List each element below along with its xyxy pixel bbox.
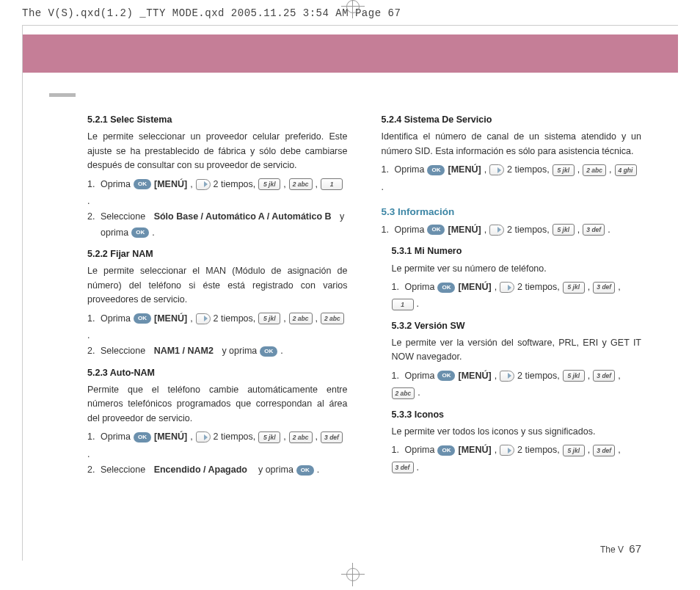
softkey-icon <box>196 179 211 190</box>
ok-icon: OK <box>134 179 151 189</box>
ok-icon: OK <box>134 432 151 442</box>
ok-icon: OK <box>437 283 455 293</box>
ok-icon: OK <box>437 371 455 381</box>
ok-icon: OK <box>131 227 149 238</box>
body-533: Le permite ver todos los iconos y sus si… <box>392 425 642 439</box>
key-5-icon: 5 jkl <box>563 370 585 382</box>
crop-mark-top <box>346 0 354 22</box>
heading-531: 5.3.1 Mi Numero <box>392 244 642 258</box>
key-3-icon: 3 def <box>593 445 615 456</box>
key-4-icon: 4 ghi <box>615 164 637 176</box>
body-531: Le permite ver su número de teléfono. <box>392 262 642 276</box>
key-5-icon: 5 jkl <box>553 224 575 236</box>
heading-524: 5.2.4 Sistema De Servicio <box>382 113 642 127</box>
key-2-icon: 2 abc <box>289 313 313 324</box>
key-5-icon: 5 jkl <box>258 431 280 443</box>
step-522-1: 1. Oprima OK [MENÚ], 2 tiempos, 5 jkl , … <box>87 312 348 343</box>
softkey-icon <box>500 282 514 293</box>
body-523: Permite que el teléfono cambie automátic… <box>87 383 348 426</box>
key-2-icon: 2 abc <box>289 431 313 443</box>
ok-icon: OK <box>437 445 455 456</box>
key-3-icon: 3 def <box>583 224 605 236</box>
key-3-icon: 3 def <box>593 370 615 382</box>
footer-label: The V <box>600 545 624 555</box>
key-5-icon: 5 jkl <box>563 445 585 456</box>
heading-532: 5.3.2 Versión SW <box>392 319 642 333</box>
heading-533: 5.3.3 Iconos <box>392 408 642 422</box>
step-523-2: 2. Seleccione Encendido / Apagado y opri… <box>87 463 348 477</box>
section-rule <box>49 93 76 97</box>
key-3-icon: 3 def <box>392 462 414 473</box>
key-5-icon: 5 jkl <box>258 313 280 324</box>
page-footer: The V 67 <box>600 542 641 555</box>
column-left: 5.2.1 Selec Sistema Le permite seleccion… <box>87 106 348 478</box>
key-2-icon: 2 abc <box>392 387 415 399</box>
step-531-1: 1. Oprima OK [MENÚ], 2 tiempos, 5 jkl , … <box>392 280 642 312</box>
key-2-icon: 2 abc <box>289 178 313 190</box>
key-3-icon: 3 def <box>593 282 615 294</box>
softkey-icon <box>500 445 514 456</box>
key-1-icon: 1 <box>321 178 343 190</box>
page-frame: 5.2.1 Selec Sistema Le permite seleccion… <box>22 25 678 561</box>
heading-523: 5.2.3 Auto-NAM <box>87 366 348 380</box>
ok-icon: OK <box>260 346 277 357</box>
column-right: 5.2.4 Sistema De Servicio Identifica el … <box>382 106 642 478</box>
softkey-icon <box>489 225 504 236</box>
step-523-1: 1. Oprima OK [MENÚ], 2 tiempos, 5 jkl , … <box>87 430 348 462</box>
step-53-1: 1. Oprima OK [MENÚ], 2 tiempos, 5 jkl , … <box>382 223 642 237</box>
key-3-icon: 3 def <box>321 431 343 443</box>
body-522: Le permite seleccionar el MAN (Módulo de… <box>87 264 348 307</box>
step-524-1: 1. Oprima OK [MENÚ], 2 tiempos, 5 jkl , … <box>382 163 642 194</box>
content-columns: 5.2.1 Selec Sistema Le permite seleccion… <box>23 106 678 478</box>
page-number: 67 <box>629 542 641 555</box>
ok-icon: OK <box>427 165 445 175</box>
heading-521: 5.2.1 Selec Sistema <box>87 113 348 127</box>
ok-icon: OK <box>296 465 314 476</box>
key-5-icon: 5 jkl <box>553 164 575 176</box>
step-522-2: 2. Seleccione NAM1 / NAM2 y oprima OK . <box>87 344 348 358</box>
print-slug: The V(S).qxd(1.2) _TTY MODE.qxd 2005.11.… <box>22 7 401 19</box>
key-5-icon: 5 jkl <box>258 178 280 190</box>
step-533-1: 1. Oprima OK [MENÚ], 2 tiempos, 5 jkl , … <box>392 443 642 475</box>
key-2-icon: 2 abc <box>583 164 606 176</box>
key-2-icon: 2 abc <box>321 313 344 324</box>
softkey-icon <box>500 371 514 382</box>
crop-mark-bottom <box>346 568 354 590</box>
body-532: Le permite ver la versión del software, … <box>392 336 642 365</box>
step-532-1: 1. Oprima OK [MENÚ], 2 tiempos, 5 jkl , … <box>392 369 642 401</box>
body-524: Identifica el número de canal de un sist… <box>382 130 642 159</box>
heading-53: 5.3 Información <box>382 205 642 220</box>
header-banner <box>23 34 678 73</box>
step-521-1: 1. Oprima OK [MENÚ], 2 tiempos, 5 jkl , … <box>87 178 348 209</box>
body-521: Le permite seleccionar un proveedor celu… <box>87 130 348 172</box>
softkey-icon <box>196 313 211 324</box>
softkey-icon <box>489 164 504 175</box>
step-521-2: 2. Seleccione Sólo Base / Automático A /… <box>87 210 348 224</box>
step-521-2b: oprima OK . <box>101 226 348 240</box>
key-5-icon: 5 jkl <box>563 282 585 294</box>
ok-icon: OK <box>134 313 151 324</box>
key-1-icon: 1 <box>392 299 414 310</box>
ok-icon: OK <box>427 225 445 235</box>
softkey-icon <box>196 431 211 442</box>
heading-522: 5.2.2 Fijar NAM <box>87 247 348 261</box>
